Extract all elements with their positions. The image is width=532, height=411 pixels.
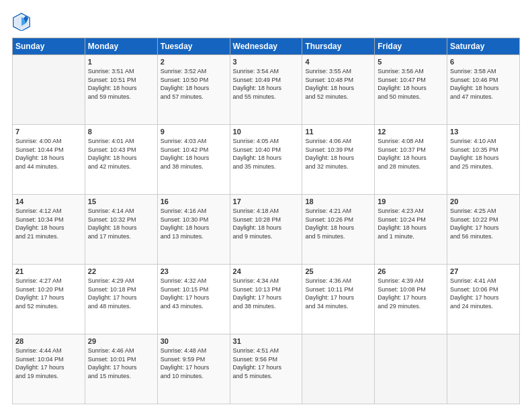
logo-icon <box>12 12 31 31</box>
calendar-cell <box>375 334 447 404</box>
day-info: Sunrise: 3:54 AM Sunset: 10:49 PM Daylig… <box>233 67 300 101</box>
calendar-cell: 20Sunrise: 4:25 AM Sunset: 10:22 PM Dayl… <box>447 195 520 265</box>
calendar-cell: 21Sunrise: 4:27 AM Sunset: 10:20 PM Dayl… <box>13 265 85 334</box>
page: SundayMondayTuesdayWednesdayThursdayFrid… <box>0 0 532 411</box>
header <box>12 12 520 31</box>
day-header-friday: Friday <box>375 38 447 55</box>
day-number: 26 <box>378 267 444 275</box>
day-number: 3 <box>233 58 300 66</box>
day-info: Sunrise: 4:44 AM Sunset: 10:04 PM Daylig… <box>15 347 82 380</box>
day-info: Sunrise: 3:55 AM Sunset: 10:48 PM Daylig… <box>305 67 371 101</box>
day-header-sunday: Sunday <box>13 38 85 55</box>
day-number: 18 <box>305 197 371 205</box>
day-number: 8 <box>88 128 154 136</box>
calendar-header-row: SundayMondayTuesdayWednesdayThursdayFrid… <box>13 38 520 55</box>
day-info: Sunrise: 4:29 AM Sunset: 10:18 PM Daylig… <box>88 277 154 310</box>
day-number: 19 <box>378 197 444 205</box>
day-info: Sunrise: 4:03 AM Sunset: 10:42 PM Daylig… <box>161 137 227 171</box>
calendar-cell <box>302 334 375 404</box>
day-number: 30 <box>161 337 227 345</box>
calendar-cell: 24Sunrise: 4:34 AM Sunset: 10:13 PM Dayl… <box>230 265 302 334</box>
calendar-cell: 10Sunrise: 4:05 AM Sunset: 10:40 PM Dayl… <box>230 125 302 195</box>
calendar-cell: 31Sunrise: 4:51 AM Sunset: 9:56 PM Dayli… <box>230 334 302 404</box>
day-number: 15 <box>88 197 154 205</box>
calendar-cell: 17Sunrise: 4:18 AM Sunset: 10:28 PM Dayl… <box>230 195 302 265</box>
day-info: Sunrise: 4:18 AM Sunset: 10:28 PM Daylig… <box>233 207 300 240</box>
day-number: 25 <box>305 267 371 275</box>
day-info: Sunrise: 3:52 AM Sunset: 10:50 PM Daylig… <box>161 67 227 101</box>
calendar-cell: 6Sunrise: 3:58 AM Sunset: 10:46 PM Dayli… <box>447 55 520 125</box>
day-number: 20 <box>450 197 517 205</box>
calendar-week-3: 14Sunrise: 4:12 AM Sunset: 10:34 PM Dayl… <box>13 195 520 265</box>
calendar-cell: 23Sunrise: 4:32 AM Sunset: 10:15 PM Dayl… <box>157 265 230 334</box>
day-number: 17 <box>233 197 300 205</box>
calendar-week-4: 21Sunrise: 4:27 AM Sunset: 10:20 PM Dayl… <box>13 265 520 334</box>
day-info: Sunrise: 4:05 AM Sunset: 10:40 PM Daylig… <box>233 137 300 171</box>
logo <box>12 12 34 31</box>
day-number: 7 <box>15 128 82 136</box>
day-number: 23 <box>161 267 227 275</box>
day-number: 13 <box>450 128 517 136</box>
calendar-cell: 12Sunrise: 4:08 AM Sunset: 10:37 PM Dayl… <box>375 125 447 195</box>
calendar-cell: 14Sunrise: 4:12 AM Sunset: 10:34 PM Dayl… <box>13 195 85 265</box>
day-info: Sunrise: 4:48 AM Sunset: 9:59 PM Dayligh… <box>161 347 227 380</box>
day-info: Sunrise: 4:10 AM Sunset: 10:35 PM Daylig… <box>450 137 517 171</box>
calendar-cell: 5Sunrise: 3:56 AM Sunset: 10:47 PM Dayli… <box>375 55 447 125</box>
calendar-cell: 13Sunrise: 4:10 AM Sunset: 10:35 PM Dayl… <box>447 125 520 195</box>
calendar-cell: 29Sunrise: 4:46 AM Sunset: 10:01 PM Dayl… <box>85 334 157 404</box>
calendar-cell: 26Sunrise: 4:39 AM Sunset: 10:08 PM Dayl… <box>375 265 447 334</box>
day-info: Sunrise: 4:41 AM Sunset: 10:06 PM Daylig… <box>450 277 517 310</box>
day-number: 14 <box>15 197 82 205</box>
day-info: Sunrise: 4:00 AM Sunset: 10:44 PM Daylig… <box>15 137 82 171</box>
day-number: 21 <box>15 267 82 275</box>
day-info: Sunrise: 4:08 AM Sunset: 10:37 PM Daylig… <box>378 137 444 171</box>
day-info: Sunrise: 4:06 AM Sunset: 10:39 PM Daylig… <box>305 137 371 171</box>
day-info: Sunrise: 4:12 AM Sunset: 10:34 PM Daylig… <box>15 207 82 240</box>
calendar-cell: 27Sunrise: 4:41 AM Sunset: 10:06 PM Dayl… <box>447 265 520 334</box>
day-info: Sunrise: 3:51 AM Sunset: 10:51 PM Daylig… <box>88 67 154 101</box>
day-number: 5 <box>378 58 444 66</box>
calendar-cell: 19Sunrise: 4:23 AM Sunset: 10:24 PM Dayl… <box>375 195 447 265</box>
day-info: Sunrise: 4:46 AM Sunset: 10:01 PM Daylig… <box>88 347 154 380</box>
day-number: 31 <box>233 337 300 345</box>
calendar-cell: 22Sunrise: 4:29 AM Sunset: 10:18 PM Dayl… <box>85 265 157 334</box>
day-number: 28 <box>15 337 82 345</box>
day-number: 1 <box>88 58 154 66</box>
calendar-body: 1Sunrise: 3:51 AM Sunset: 10:51 PM Dayli… <box>13 55 520 404</box>
calendar-table: SundayMondayTuesdayWednesdayThursdayFrid… <box>12 38 520 404</box>
day-header-saturday: Saturday <box>447 38 520 55</box>
day-number: 4 <box>305 58 371 66</box>
calendar-week-1: 1Sunrise: 3:51 AM Sunset: 10:51 PM Dayli… <box>13 55 520 125</box>
day-header-wednesday: Wednesday <box>230 38 302 55</box>
calendar-cell: 3Sunrise: 3:54 AM Sunset: 10:49 PM Dayli… <box>230 55 302 125</box>
day-info: Sunrise: 4:32 AM Sunset: 10:15 PM Daylig… <box>161 277 227 310</box>
day-info: Sunrise: 4:39 AM Sunset: 10:08 PM Daylig… <box>378 277 444 310</box>
calendar-cell: 4Sunrise: 3:55 AM Sunset: 10:48 PM Dayli… <box>302 55 375 125</box>
day-number: 10 <box>233 128 300 136</box>
calendar-cell: 9Sunrise: 4:03 AM Sunset: 10:42 PM Dayli… <box>157 125 230 195</box>
day-info: Sunrise: 4:14 AM Sunset: 10:32 PM Daylig… <box>88 207 154 240</box>
day-info: Sunrise: 4:16 AM Sunset: 10:30 PM Daylig… <box>161 207 227 240</box>
day-number: 11 <box>305 128 371 136</box>
day-info: Sunrise: 4:25 AM Sunset: 10:22 PM Daylig… <box>450 207 517 240</box>
day-header-thursday: Thursday <box>302 38 375 55</box>
day-info: Sunrise: 4:01 AM Sunset: 10:43 PM Daylig… <box>88 137 154 171</box>
day-info: Sunrise: 4:27 AM Sunset: 10:20 PM Daylig… <box>15 277 82 310</box>
day-info: Sunrise: 3:56 AM Sunset: 10:47 PM Daylig… <box>378 67 444 101</box>
day-number: 29 <box>88 337 154 345</box>
calendar-cell: 15Sunrise: 4:14 AM Sunset: 10:32 PM Dayl… <box>85 195 157 265</box>
day-info: Sunrise: 4:23 AM Sunset: 10:24 PM Daylig… <box>378 207 444 240</box>
calendar-cell: 16Sunrise: 4:16 AM Sunset: 10:30 PM Dayl… <box>157 195 230 265</box>
day-number: 24 <box>233 267 300 275</box>
calendar-cell: 1Sunrise: 3:51 AM Sunset: 10:51 PM Dayli… <box>85 55 157 125</box>
day-number: 16 <box>161 197 227 205</box>
calendar-cell: 18Sunrise: 4:21 AM Sunset: 10:26 PM Dayl… <box>302 195 375 265</box>
day-info: Sunrise: 4:36 AM Sunset: 10:11 PM Daylig… <box>305 277 371 310</box>
day-number: 27 <box>450 267 517 275</box>
calendar-week-2: 7Sunrise: 4:00 AM Sunset: 10:44 PM Dayli… <box>13 125 520 195</box>
calendar-cell: 8Sunrise: 4:01 AM Sunset: 10:43 PM Dayli… <box>85 125 157 195</box>
calendar-cell: 7Sunrise: 4:00 AM Sunset: 10:44 PM Dayli… <box>13 125 85 195</box>
calendar-cell: 30Sunrise: 4:48 AM Sunset: 9:59 PM Dayli… <box>157 334 230 404</box>
day-number: 22 <box>88 267 154 275</box>
day-number: 6 <box>450 58 517 66</box>
